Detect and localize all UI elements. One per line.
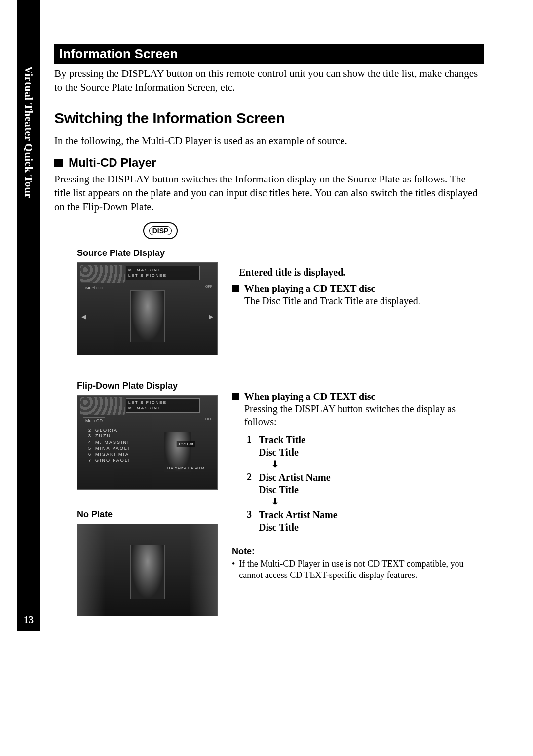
list-item: 3ZUZU: [88, 433, 130, 439]
screenshot-source-plate: M. MASSINI LET'S PIONEE Multi-CD OFF ◀ ▶: [77, 262, 218, 355]
subheading-row: Multi-CD Player: [54, 156, 484, 170]
osd-title-box: LET'S PIONEE M. MASSINI: [126, 398, 200, 413]
osd-title-box: M. MASSINI LET'S PIONEE: [126, 266, 200, 280]
left-arrow-icon: ◀: [81, 313, 86, 320]
banner-heading: Information Screen: [54, 44, 484, 64]
cd-text-heading-2: When playing a CD TEXT disc: [244, 391, 484, 402]
section-title: Switching the Information Screen: [54, 110, 484, 127]
disp-label: DISP: [149, 226, 172, 235]
left-column: Source Plate Display M. MASSINI LET'S PI…: [54, 248, 207, 616]
square-bullet-icon: [232, 285, 239, 292]
caption-flip: Flip-Down Plate Display: [77, 381, 207, 391]
square-bullet-icon: [232, 393, 239, 400]
list-item: 2GLORIA: [88, 427, 130, 433]
down-arrow-icon: ⬇: [271, 497, 484, 507]
screenshot-no-plate: [77, 524, 218, 616]
osd-line: M. MASSINI: [128, 406, 197, 411]
down-arrow-icon: ⬇: [271, 460, 484, 469]
section-paragraph: In the following, the Multi-CD Player is…: [54, 134, 484, 148]
cd-stack-icon: [80, 397, 125, 415]
screenshot-flip-down-plate: LET'S PIONEE M. MASSINI Multi-CD OFF 2GL…: [77, 395, 218, 490]
list-item: 6MISAKI MIA: [88, 451, 130, 457]
bullet-icon: •: [232, 558, 235, 581]
osd-off-label: OFF: [205, 285, 212, 288]
list-item: 4M. MASSINI: [88, 439, 130, 445]
cd-text-block: When playing a CD TEXT disc The Disc Tit…: [232, 283, 484, 307]
note-body: If the Multi-CD Player in use is not CD …: [239, 558, 484, 581]
sequence-item: 3Track Artist NameDisc Title: [244, 509, 484, 534]
entered-title-label: Entered title is displayed.: [239, 267, 484, 278]
osd-title-edit-label: Title Edit: [176, 441, 195, 447]
note-row: • If the Multi-CD Player in use is not C…: [232, 558, 484, 581]
osd-line: LET'S PIONEE: [128, 273, 197, 278]
sequence-item: 1Track TitleDisc Title: [244, 434, 484, 459]
caption-source: Source Plate Display: [77, 248, 207, 258]
osd-artwork: [130, 545, 165, 599]
note-heading: Note:: [232, 546, 484, 557]
page-content: Information Screen By pressing the DISPL…: [54, 44, 484, 616]
sub-paragraph: Pressing the DISPLAY button switches the…: [54, 173, 484, 214]
side-tab: Virtual Theater Quick Tour: [17, 0, 40, 631]
page-number: 13: [17, 610, 40, 630]
osd-line: M. MASSINI: [128, 268, 197, 273]
cd-text-heading: When playing a CD TEXT disc: [244, 283, 420, 294]
square-bullet-icon: [54, 159, 63, 167]
display-sequence-list: 1Track TitleDisc Title⬇2Disc Artist Name…: [244, 434, 484, 534]
right-column: Entered title is displayed. When playing…: [232, 248, 484, 616]
caption-no-plate: No Plate: [77, 509, 207, 520]
right-arrow-icon: ▶: [209, 313, 213, 320]
list-item: 7GINO PAOLI: [88, 457, 130, 463]
osd-track-list: 2GLORIA3ZUZU4M. MASSINI5MINA PAOLI6MISAK…: [88, 427, 130, 463]
list-item: 5MINA PAOLI: [88, 445, 130, 451]
subheading: Multi-CD Player: [69, 156, 156, 170]
side-tab-label: Virtual Theater Quick Tour: [22, 66, 35, 198]
sequence-item: 2Disc Artist NameDisc Title: [244, 471, 484, 496]
osd-its-label: ITS MEMO ITS Clear: [167, 466, 204, 469]
osd-source-label: Multi-CD: [83, 285, 105, 291]
intro-paragraph: By pressing the DISPLAY button on this r…: [54, 67, 484, 94]
cd-text-block-2: When playing a CD TEXT disc Pressing the…: [232, 391, 484, 428]
two-column-area: Source Plate Display M. MASSINI LET'S PI…: [54, 248, 484, 616]
cd-stack-icon: [80, 265, 125, 283]
cd-text-body: The Disc Title and Track Title are displ…: [244, 294, 420, 307]
osd-artwork: [130, 290, 165, 342]
osd-source-label: Multi-CD: [83, 417, 105, 424]
section-rule: [54, 129, 484, 129]
osd-line: LET'S PIONEE: [128, 400, 197, 405]
disp-button-icon: DISP: [143, 222, 178, 239]
osd-off-label: OFF: [205, 417, 212, 421]
cd-text-body-2: Pressing the DISPLAY button switches the…: [244, 402, 484, 428]
